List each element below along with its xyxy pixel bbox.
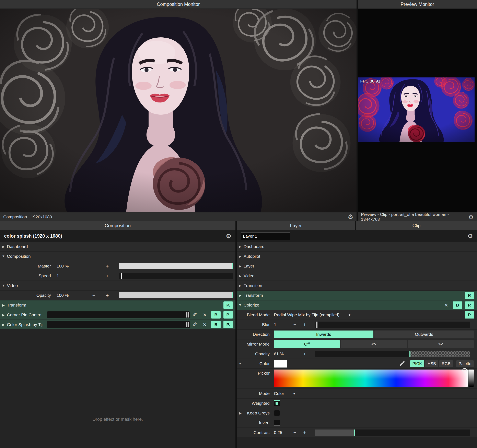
edit-pencil-icon[interactable]: ✎ (191, 321, 198, 328)
drag-grip-icon[interactable] (186, 312, 189, 318)
params-button[interactable]: P. (465, 302, 474, 309)
composition-transform-row[interactable]: ▶ Transform P. (0, 300, 235, 310)
blend-params-button[interactable]: P. (465, 311, 474, 319)
mode-value[interactable]: Color (270, 391, 284, 396)
edit-pencil-icon[interactable]: ✎ (191, 311, 198, 319)
effect-row-color-splash[interactable]: ▶ Color Splash by Tij ✎ × B P. (0, 320, 235, 329)
section-dashboard[interactable]: ▶ Dashboard (0, 242, 235, 251)
master-value[interactable]: 100 % (51, 264, 87, 268)
params-button[interactable]: P. (223, 321, 233, 328)
color-swatch[interactable] (274, 360, 287, 367)
direction-inwards-button[interactable]: Inwards (274, 331, 373, 338)
effect-mix-slider[interactable] (47, 321, 190, 328)
bypass-button[interactable]: B (211, 321, 221, 328)
keep-greys-row: ▶ Keep Greys (237, 408, 477, 418)
blur-increment-button[interactable]: + (300, 322, 310, 328)
remove-effect-icon[interactable]: × (443, 302, 450, 309)
speed-slider[interactable] (119, 273, 233, 279)
colorize-opacity-slider[interactable] (315, 351, 470, 357)
speed-slider-handle[interactable] (121, 273, 122, 279)
params-button[interactable]: P. (223, 311, 233, 319)
contrast-slider[interactable] (315, 430, 470, 436)
composition-opacity-slider-handle[interactable] (232, 292, 233, 298)
composition-monitor-gear-icon[interactable]: ⚙ (348, 214, 353, 220)
composition-status-text: Composition - 1920x1080 (3, 215, 52, 219)
hue-gradient-picker[interactable] (274, 370, 468, 387)
opacity-increment-button[interactable]: + (101, 292, 114, 299)
blur-slider[interactable] (315, 322, 470, 328)
section-layer[interactable]: ▶ Layer (237, 262, 477, 271)
tab-composition[interactable]: Composition (0, 221, 235, 230)
layer-panel-gear-icon[interactable]: ⚙ (467, 233, 473, 239)
section-video[interactable]: ▼ Video (0, 281, 235, 290)
blur-slider-handle[interactable] (316, 322, 317, 328)
contrast-slider-handle[interactable] (354, 430, 355, 436)
section-autopilot[interactable]: ▶ Autopilot (237, 252, 477, 261)
opacity-decrement-button[interactable]: − (87, 292, 101, 299)
dropdown-caret-icon[interactable]: ▼ (293, 392, 296, 395)
color-pick-button[interactable]: PICK (410, 361, 424, 367)
value-gradient-strip[interactable] (468, 370, 474, 387)
app-window: Composition Monitor Composition - 1920x1… (0, 0, 477, 448)
contrast-increment-button[interactable]: + (300, 430, 310, 436)
section-transition[interactable]: ▶ Transition (237, 281, 477, 290)
color-palette-button[interactable]: Palette (456, 361, 474, 367)
blur-value[interactable]: 1 (270, 322, 290, 327)
section-video[interactable]: ▶ Video (237, 271, 477, 280)
blur-decrement-button[interactable]: − (290, 322, 300, 328)
mirror-off-button[interactable]: Off (274, 340, 340, 348)
opacity-increment-button[interactable]: + (300, 351, 310, 357)
tab-clip[interactable]: Clip (356, 221, 477, 230)
color-rgb-button[interactable]: RGB (439, 361, 453, 367)
speed-decrement-button[interactable]: − (87, 273, 101, 279)
speed-increment-button[interactable]: + (101, 273, 114, 279)
effect-row-corner-pin[interactable]: ▶ Corner Pin Contro ✎ × B P. (0, 310, 235, 320)
contrast-decrement-button[interactable]: − (290, 430, 300, 436)
invert-label: Invert (237, 420, 270, 425)
invert-checkbox[interactable] (274, 420, 280, 426)
weighted-checkbox[interactable] (274, 400, 280, 406)
effect-name[interactable]: Color Splash by Tij (7, 322, 47, 327)
remove-effect-icon[interactable]: × (201, 311, 208, 319)
drag-grip-icon[interactable] (186, 322, 189, 327)
keep-greys-checkbox[interactable] (274, 410, 280, 416)
remove-effect-icon[interactable]: × (201, 321, 208, 328)
speed-value[interactable]: 1 (51, 273, 87, 278)
section-composition[interactable]: ▼ Composition (0, 252, 235, 261)
preview-monitor-gear-icon[interactable]: ⚙ (468, 214, 474, 220)
opacity-decrement-button[interactable]: − (290, 351, 300, 357)
master-increment-button[interactable]: + (101, 263, 114, 269)
chevron-right-icon[interactable]: ▶ (239, 411, 242, 415)
master-decrement-button[interactable]: − (87, 263, 101, 269)
contrast-value[interactable]: 0.25 (270, 430, 290, 435)
master-slider-handle[interactable] (232, 263, 233, 269)
master-row: Master 100 % − + (0, 262, 235, 271)
direction-outwards-button[interactable]: Outwards (375, 331, 474, 338)
section-dashboard[interactable]: ▶ Dashboard (237, 242, 477, 251)
color-hsb-button[interactable]: HSB (425, 361, 438, 367)
picker-handle[interactable] (462, 368, 467, 372)
tab-layer[interactable]: Layer (237, 221, 355, 230)
blend-mode-value[interactable]: Radial Wipe Mix by Tijn (compiled) (270, 312, 340, 317)
composition-panel: color splash (1920 x 1080) ⚙ ▶ Dashboard… (0, 230, 235, 448)
opacity-value[interactable]: 100 % (51, 293, 87, 298)
layer-transform-row[interactable]: ▶ Transform P. (237, 291, 477, 300)
effect-name[interactable]: Corner Pin Contro (7, 312, 47, 317)
bypass-button[interactable]: B (211, 311, 221, 319)
mirror-inward-button[interactable]: >< (408, 340, 474, 348)
effect-mix-slider[interactable] (47, 311, 190, 318)
composition-opacity-slider[interactable] (119, 292, 233, 298)
transform-params-button[interactable]: P. (465, 292, 474, 299)
colorize-effect-row[interactable]: ▼ Colorize × B P. (237, 300, 477, 310)
transform-params-button[interactable]: P. (223, 302, 233, 309)
bypass-button[interactable]: B (453, 302, 462, 309)
mirror-outward-button[interactable]: <> (341, 340, 407, 348)
master-slider[interactable] (119, 263, 233, 269)
eyedropper-icon[interactable] (399, 360, 405, 367)
colorize-opacity-slider-handle[interactable] (409, 351, 411, 357)
layer-panel: ⚙ ▶ Dashboard ▶ Autopilot ▶ Layer ▶ Vide… (237, 230, 477, 448)
composition-panel-gear-icon[interactable]: ⚙ (226, 233, 231, 239)
layer-name-input[interactable] (241, 233, 290, 240)
dropdown-caret-icon[interactable]: ▼ (348, 313, 351, 317)
opacity-value[interactable]: 61 % (270, 351, 290, 356)
